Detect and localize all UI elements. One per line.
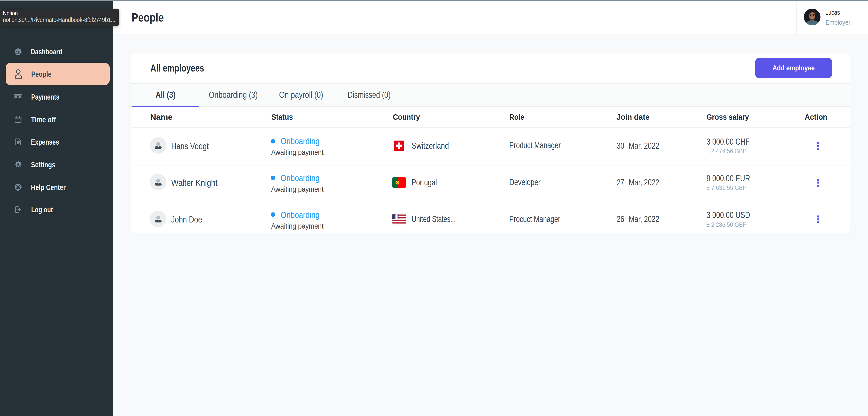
svg-text:1: 1 [18,96,19,98]
